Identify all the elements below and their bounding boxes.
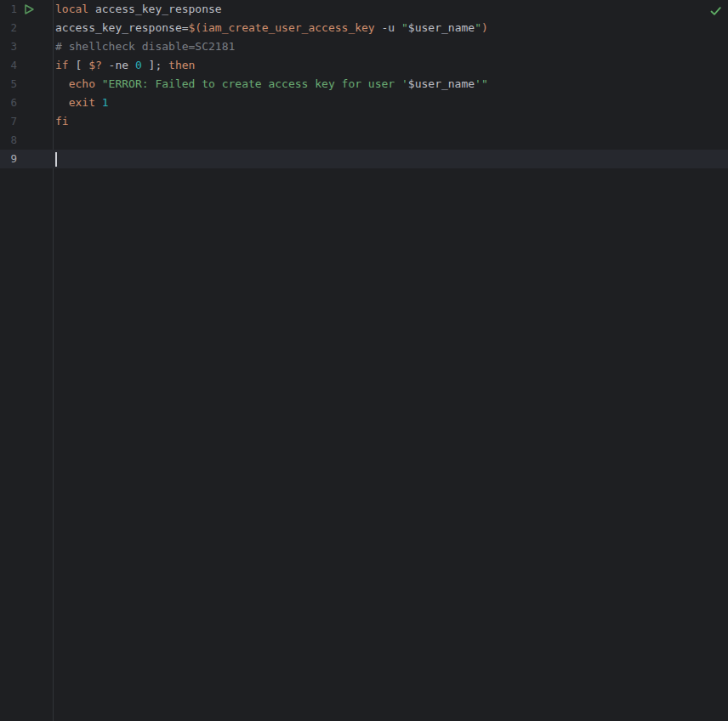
gutter-icon-zone — [17, 75, 54, 94]
line-number[interactable]: 1 — [0, 0, 17, 19]
editor-gutter: 4 — [0, 56, 54, 75]
gutter-icon-zone — [17, 94, 54, 112]
code-token: ) — [481, 21, 488, 34]
code-token: " — [401, 21, 408, 34]
code-token: $user_name — [408, 77, 475, 90]
editor-line-row[interactable]: 1local access_key_response — [0, 0, 728, 19]
inspections-passed-check-icon[interactable] — [709, 5, 722, 17]
code-line[interactable]: echo "ERROR: Failed to create access key… — [54, 75, 488, 94]
editor-gutter: 8 — [0, 131, 54, 150]
editor-gutter: 6 — [0, 94, 54, 112]
code-token — [55, 77, 69, 90]
code-token: then — [168, 59, 195, 71]
line-number[interactable]: 3 — [0, 37, 17, 56]
code-line[interactable] — [54, 150, 57, 168]
editor-line-row[interactable]: 8 — [0, 131, 728, 150]
gutter-icon-zone — [17, 0, 54, 19]
editor-line-row[interactable]: 6 exit 1 — [0, 94, 728, 112]
code-token: -u — [375, 21, 401, 34]
code-token: 0 — [135, 59, 142, 71]
code-token: "ERROR: Failed to create access key for … — [102, 77, 408, 90]
editor-line-row[interactable]: 3# shellcheck disable=SC2181 — [0, 37, 728, 56]
editor-gutter: 7 — [0, 112, 54, 131]
code-token: exit — [69, 96, 95, 109]
code-line[interactable]: exit 1 — [54, 94, 109, 112]
code-line[interactable] — [54, 131, 55, 150]
code-line[interactable]: fi — [54, 112, 69, 131]
line-number[interactable]: 9 — [0, 150, 17, 168]
code-line[interactable]: if [ $? -ne 0 ]; then — [54, 56, 195, 75]
code-token: fi — [55, 115, 69, 128]
line-number[interactable]: 8 — [0, 131, 17, 150]
code-line[interactable]: local access_key_response — [54, 0, 222, 19]
gutter-icon-zone — [17, 150, 54, 168]
code-token — [55, 96, 69, 109]
line-number[interactable]: 6 — [0, 94, 17, 112]
gutter-icon-zone — [17, 56, 54, 75]
gutter-icon-zone — [17, 37, 54, 56]
code-token: echo — [69, 77, 95, 90]
gutter-icon-zone — [17, 131, 54, 150]
editor-line-row[interactable]: 4if [ $? -ne 0 ]; then — [0, 56, 728, 75]
line-number[interactable]: 4 — [0, 56, 17, 75]
editor-gutter: 5 — [0, 75, 54, 94]
run-triangle-icon[interactable] — [24, 3, 35, 15]
code-token: access_key_response= — [55, 21, 189, 34]
code-token — [95, 96, 102, 109]
code-token: local — [55, 3, 88, 15]
text-caret — [55, 152, 57, 167]
editor-gutter: 2 — [0, 19, 54, 37]
editor-line-row[interactable]: 7fi — [0, 112, 728, 131]
line-number[interactable]: 5 — [0, 75, 17, 94]
code-token — [95, 77, 102, 90]
code-editor[interactable]: 1local access_key_response2access_key_re… — [0, 0, 728, 721]
gutter-icon-zone — [17, 112, 54, 131]
code-token: # shellcheck disable=SC2181 — [55, 40, 235, 53]
code-token: ]; — [142, 59, 168, 71]
code-token: " — [475, 21, 481, 34]
code-token: '" — [475, 77, 488, 90]
editor-line-row[interactable]: 9 — [0, 150, 728, 168]
editor-line-row[interactable]: 5 echo "ERROR: Failed to create access k… — [0, 75, 728, 94]
code-token: 1 — [102, 96, 109, 109]
gutter-icon-zone — [17, 19, 54, 37]
code-token: -ne — [102, 59, 135, 71]
code-token: $(iam_create_user_access_key — [189, 21, 375, 34]
code-token: $user_name — [408, 21, 475, 34]
code-line[interactable]: # shellcheck disable=SC2181 — [54, 37, 235, 56]
editor-gutter: 1 — [0, 0, 54, 19]
editor-gutter: 9 — [0, 150, 54, 168]
line-number[interactable]: 2 — [0, 19, 17, 37]
code-token: if — [55, 59, 69, 71]
editor-line-row[interactable]: 2access_key_response=$(iam_create_user_a… — [0, 19, 728, 37]
editor-gutter: 3 — [0, 37, 54, 56]
code-token: access_key_response — [88, 3, 222, 15]
code-token: $? — [88, 59, 102, 71]
code-line[interactable]: access_key_response=$(iam_create_user_ac… — [54, 19, 488, 37]
code-area: 1local access_key_response2access_key_re… — [0, 0, 728, 168]
code-token: [ — [69, 59, 88, 71]
line-number[interactable]: 7 — [0, 112, 17, 131]
